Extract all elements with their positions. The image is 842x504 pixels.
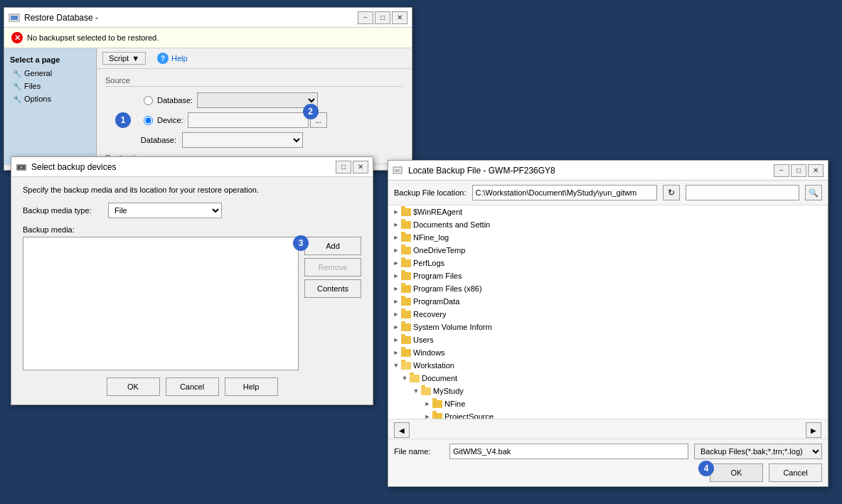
tree-label-programfiles: Program Files	[413, 272, 462, 280]
tree-item-programdata[interactable]: ► ProgramData	[388, 295, 827, 308]
tree-nav-bar: ◀ ▶	[388, 419, 827, 439]
expander-onedrive: ►	[391, 245, 401, 255]
folder-icon-users	[401, 336, 411, 344]
contents-btn[interactable]: Contents	[304, 279, 361, 298]
tree-label-mystudy: MyStudy	[433, 387, 464, 395]
sidebar-item-options[interactable]: 🔧 Options	[4, 92, 96, 105]
restore-maximize-btn[interactable]: □	[375, 11, 390, 24]
database2-select[interactable]	[182, 132, 303, 148]
action-buttons: 3 Add Remove Contents	[304, 237, 361, 370]
cancel-btn[interactable]: Cancel	[166, 377, 219, 396]
tree-item-documents[interactable]: ► Documents and Settin	[388, 218, 827, 231]
locate-close-btn[interactable]: ✕	[808, 164, 824, 177]
locate-cancel-btn[interactable]: Cancel	[769, 463, 822, 482]
folder-icon-workstation	[401, 362, 411, 370]
form-row-db2: Database:	[105, 132, 403, 148]
folder-icon-systemvolume	[401, 323, 411, 331]
tree-item-workstation[interactable]: ▼ Workstation	[388, 359, 827, 372]
add-btn[interactable]: Add	[304, 237, 361, 255]
script-button[interactable]: Script ▼	[102, 52, 146, 65]
search-btn[interactable]: 🔍	[805, 185, 822, 200]
tree-item-projectsource[interactable]: ► ProjectSource	[388, 410, 827, 419]
locate-body: Backup File location: ↻ 🔍 ► $WinREAgent …	[388, 181, 828, 486]
tree-item-mystudy[interactable]: ▼ MyStudy	[388, 385, 827, 397]
locate-window-icon	[393, 165, 404, 176]
tree-label-documents: Documents and Settin	[413, 220, 490, 229]
nav-left-btn[interactable]: ◀	[394, 422, 410, 438]
tree-label-users: Users	[413, 336, 434, 344]
expander-document: ▼	[400, 373, 410, 383]
tree-item-onedrive[interactable]: ► OneDriveTemp	[388, 244, 827, 257]
restore-window-icon	[9, 12, 20, 23]
restore-window-controls: − □ ✕	[358, 11, 407, 24]
ok-btn[interactable]: OK	[107, 377, 160, 396]
folder-icon-projectsource	[432, 413, 442, 419]
tree-label-projectsource: ProjectSource	[444, 412, 494, 419]
sidebar-item-general[interactable]: 🔧 General	[4, 67, 96, 80]
badge-1: 1	[115, 112, 131, 128]
restore-close-btn[interactable]: ✕	[392, 11, 407, 24]
tree-item-windows[interactable]: ► Windows	[388, 346, 827, 359]
tree-item-programfilesx86[interactable]: ► Program Files (x86)	[388, 282, 827, 295]
warning-bar: ✕ No backupset selected to be restored.	[4, 28, 412, 48]
filetype-select[interactable]: Backup Files(*.bak;*.trn;*.log)	[694, 444, 822, 459]
folder-icon-document	[410, 375, 420, 382]
search-input[interactable]	[686, 185, 799, 200]
expander-workstation: ▼	[391, 360, 401, 370]
media-type-group: Backup media type: File	[23, 203, 361, 218]
database-radio-label[interactable]: Database:	[144, 92, 327, 108]
backup-devices-close-btn[interactable]: ✕	[353, 161, 368, 173]
media-type-select[interactable]: File	[108, 203, 222, 218]
database-radio[interactable]	[144, 96, 153, 105]
wrench-icon-files: 🔧	[13, 82, 21, 90]
remove-btn[interactable]: Remove	[304, 258, 361, 277]
backup-media-listbox[interactable]	[23, 237, 299, 370]
tree-item-document[interactable]: ▼ Document	[388, 372, 827, 385]
help-button[interactable]: ? Help	[151, 51, 193, 65]
tree-item-systemvolume[interactable]: ► System Volume Inform	[388, 321, 827, 333]
backup-devices-maximize-btn[interactable]: □	[336, 161, 351, 173]
locate-backup-window: Locate Backup File - GWM-PF236GY8 − □ ✕ …	[388, 160, 828, 487]
folder-icon-onedrive	[401, 247, 411, 254]
database-select[interactable]	[197, 92, 318, 108]
tree-label-winreagent: $WinREAgent	[413, 208, 462, 216]
toolbar: Script ▼ ? Help	[97, 48, 412, 69]
database2-label: Database:	[105, 136, 176, 144]
locate-minimize-btn[interactable]: −	[774, 164, 789, 177]
tree-item-users[interactable]: ► Users	[388, 333, 827, 346]
warning-text: No backupset selected to be restored.	[27, 33, 159, 42]
restore-title-bar: Restore Database - − □ ✕	[4, 8, 412, 28]
help-circle-icon: ?	[157, 53, 169, 64]
tree-scroll[interactable]: ► $WinREAgent ► Documents and Settin ►	[388, 205, 827, 419]
tree-item-nfinelog[interactable]: ► NFine_log	[388, 231, 827, 244]
location-input[interactable]	[472, 185, 658, 200]
ok-cancel-row: 4 OK Cancel	[394, 463, 822, 482]
tree-item-recovery[interactable]: ► Recovery	[388, 308, 827, 321]
badge-3: 3	[293, 235, 309, 251]
locate-maximize-btn[interactable]: □	[791, 164, 806, 177]
svg-point-4	[21, 166, 23, 168]
device-input[interactable]	[188, 112, 309, 128]
sidebar-item-files[interactable]: 🔧 Files	[4, 80, 96, 92]
tree-item-winreagent[interactable]: ► $WinREAgent	[388, 205, 827, 218]
tree-label-perflogs: PerfLogs	[413, 259, 444, 267]
tree-label-windows: Windows	[413, 348, 445, 357]
location-label: Backup File location:	[394, 188, 467, 197]
locate-ok-btn[interactable]: OK	[710, 463, 763, 482]
device-radio-label[interactable]: 1 Device: 2 ...	[144, 112, 327, 128]
tree-label-systemvolume: System Volume Inform	[413, 323, 492, 331]
tree-item-programfiles[interactable]: ► Program Files	[388, 269, 827, 282]
device-radio[interactable]	[144, 116, 153, 125]
tree-label-onedrive: OneDriveTemp	[413, 246, 465, 254]
tree-item-nfine[interactable]: ► NFine	[388, 397, 827, 410]
tree-label-nfine: NFine	[444, 400, 465, 408]
help-btn[interactable]: Help	[225, 377, 278, 396]
restore-minimize-btn[interactable]: −	[358, 11, 373, 24]
folder-icon-nfinelog	[401, 234, 411, 242]
nav-right-btn[interactable]: ▶	[806, 422, 821, 438]
tree-item-perflogs[interactable]: ► PerfLogs	[388, 257, 827, 269]
refresh-btn[interactable]: ↻	[663, 185, 680, 200]
expander-programdata: ►	[391, 296, 401, 306]
filename-input[interactable]	[449, 444, 688, 459]
bottom-buttons: OK Cancel Help	[23, 377, 361, 396]
